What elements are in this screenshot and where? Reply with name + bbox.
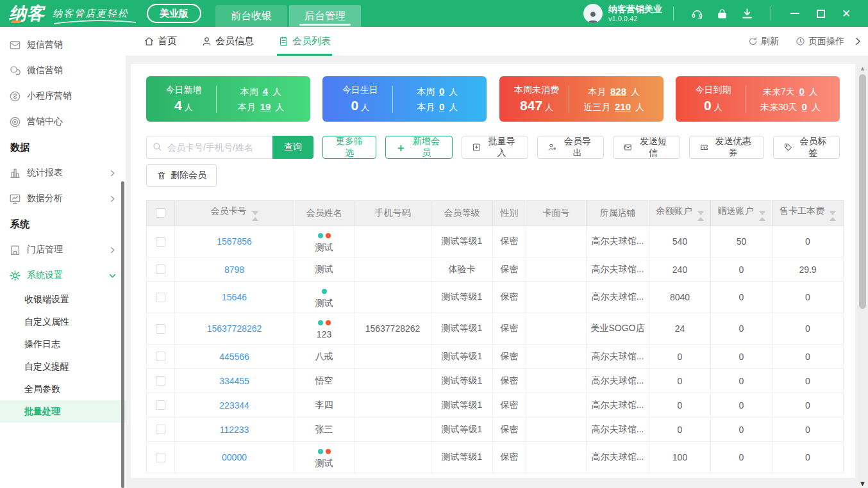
sidebar-item-label: 数据 (10, 142, 29, 154)
stat-sub-value[interactable]: 828 (610, 86, 626, 97)
member-tag-button[interactable]: 会员标签 (773, 136, 840, 159)
sidebar-scrollbar-thumb[interactable] (121, 181, 124, 488)
row-checkbox[interactable] (156, 425, 165, 434)
stat-unit: 人 (361, 102, 369, 112)
send-coupon-button[interactable]: 发送优惠券 (689, 136, 764, 159)
sidebar-item[interactable]: 自定义提醒 (0, 355, 126, 378)
minimize-icon[interactable] (782, 0, 808, 27)
row-checkbox[interactable] (156, 324, 165, 334)
sort-carets-icon[interactable] (697, 211, 704, 221)
cell-gender: 保密 (493, 282, 526, 313)
chevron-right-icon[interactable] (853, 37, 863, 46)
cell-value: 测试等级1 (442, 236, 483, 246)
cell-value: 高尔夫球馆... (592, 264, 644, 274)
sidebar-item[interactable]: 营销中心 (0, 109, 126, 134)
member-card-link[interactable]: 223344 (219, 400, 249, 411)
cell-fee: 0 (772, 282, 844, 313)
nav-tab-cashier[interactable]: 前台收银 (215, 5, 287, 27)
sidebar-item[interactable]: 批量处理 (0, 400, 126, 423)
tag-dot-icon (326, 449, 331, 454)
member-export-button[interactable]: 会员导出 (537, 136, 604, 159)
member-card-link[interactable]: 8798 (224, 264, 244, 275)
stat-sub-value[interactable]: 0 (802, 101, 807, 112)
row-checkbox[interactable] (156, 376, 165, 386)
sidebar-item[interactable]: 数据分析 (0, 186, 126, 211)
cell-card-no: 112233 (175, 418, 294, 442)
stat-value: 0 (704, 98, 712, 113)
row-checkbox[interactable] (156, 237, 165, 247)
user-block[interactable]: 纳客营销美业 v1.0.0.42 (583, 4, 662, 23)
trash-icon (156, 170, 167, 181)
scroll-down-icon[interactable]: ▼ (859, 479, 866, 488)
sort-carets-icon[interactable] (830, 211, 836, 221)
member-card-link[interactable]: 445566 (219, 352, 249, 362)
delete-member-button[interactable]: 删除会员 (146, 164, 217, 187)
stat-sub-value[interactable]: 0 (799, 86, 805, 97)
member-card-link[interactable]: 15637728262 (207, 323, 262, 334)
stat-sub-value[interactable]: 19 (260, 101, 271, 112)
add-member-label: 新增会员 (410, 136, 442, 159)
member-card-link[interactable]: 112233 (220, 425, 249, 435)
member-card-link[interactable]: 1567856 (217, 236, 252, 247)
sort-carets-icon[interactable] (252, 211, 258, 221)
close-icon[interactable]: ✕ (833, 0, 859, 27)
content-area: 今日新增 4 人 本周 4 人 本月 19 人 今日生日 0 人 (126, 56, 868, 488)
refresh-button[interactable]: 刷新 (748, 36, 779, 47)
sidebar-item[interactable]: 全局参数 (0, 378, 126, 400)
tag-dot-icon (326, 320, 331, 325)
lock-icon[interactable] (716, 8, 728, 20)
row-checkbox[interactable] (156, 293, 165, 302)
stat-sub-value[interactable]: 0 (439, 101, 444, 112)
row-checkbox[interactable] (156, 352, 165, 361)
scrollbar-thumb[interactable] (859, 74, 866, 309)
sort-carets-icon[interactable] (759, 211, 765, 221)
sidebar-item-label: 门店管理 (27, 244, 63, 256)
sidebar-item[interactable]: 系统设置 (0, 263, 126, 288)
add-member-button[interactable]: ＋新增会员 (385, 136, 453, 159)
tab-member-info[interactable]: 会员信息 (201, 27, 254, 56)
member-search-input[interactable] (146, 136, 272, 159)
sidebar-item[interactable]: 小程序营销 (0, 83, 126, 109)
stat-sub-value[interactable]: 210 (615, 101, 631, 112)
send-sms-button[interactable]: 发送短信 (613, 136, 680, 159)
cell-member-name: 悟空 (294, 369, 355, 393)
cell-value: 高尔夫球馆... (592, 400, 644, 410)
row-checkbox[interactable] (156, 400, 165, 410)
sidebar-item[interactable]: 微信营销 (0, 58, 126, 83)
edition-badge-button[interactable]: 美业版 (147, 4, 201, 23)
sidebar-item[interactable]: 收银端设置 (0, 288, 126, 311)
stat-sub-value[interactable]: 0 (439, 86, 444, 97)
more-filter-button[interactable]: 更多筛选 (322, 136, 376, 159)
stat-sub-value[interactable]: 4 (263, 86, 268, 97)
stat-card-no-spend-week: 本周未消费 847 人 本月 828 人 近三月 210 人 (499, 76, 664, 122)
sidebar-item[interactable]: 统计报表 (0, 160, 126, 186)
table-row: 1567856测试测试等级1保密高尔夫球馆...540500 (147, 226, 844, 257)
cell-card-no: 15646 (175, 282, 294, 313)
batch-import-button[interactable]: 批量导入 (462, 136, 528, 159)
member-name: 测试 (315, 241, 333, 254)
nav-tab-backoffice[interactable]: 后台管理 (289, 5, 361, 27)
tab-home[interactable]: 首页 (144, 27, 177, 56)
stat-unit: 人 (185, 102, 193, 112)
maximize-icon[interactable] (808, 0, 833, 27)
vertical-scrollbar[interactable]: ▲ ▼ (857, 64, 868, 488)
member-card-link[interactable]: 00000 (222, 452, 247, 462)
sidebar-item[interactable]: 短信营销 (0, 32, 126, 58)
row-checkbox[interactable] (156, 453, 165, 462)
query-button[interactable]: 查询 (272, 136, 313, 159)
row-checkbox[interactable] (156, 264, 165, 274)
sidebar-item[interactable]: 门店管理 (0, 237, 126, 263)
tab-member-list[interactable]: 会员列表 (278, 27, 331, 56)
cell-member-name: 李四 (294, 393, 355, 418)
page-tabbar: 首页 会员信息 会员列表 刷新 页面操作 (126, 27, 868, 56)
scroll-up-icon[interactable]: ▲ (860, 64, 865, 73)
page-actions-button[interactable]: 页面操作 (796, 36, 844, 47)
download-icon[interactable] (741, 8, 753, 20)
sidebar-item[interactable]: 自定义属性 (0, 311, 126, 333)
support-headset-icon[interactable] (691, 8, 703, 20)
sidebar-item[interactable]: 操作日志 (0, 333, 126, 355)
select-all-checkbox[interactable] (156, 208, 165, 218)
member-card-link[interactable]: 334455 (219, 376, 249, 386)
member-name: 测试 (315, 263, 333, 275)
member-card-link[interactable]: 15646 (222, 292, 247, 302)
